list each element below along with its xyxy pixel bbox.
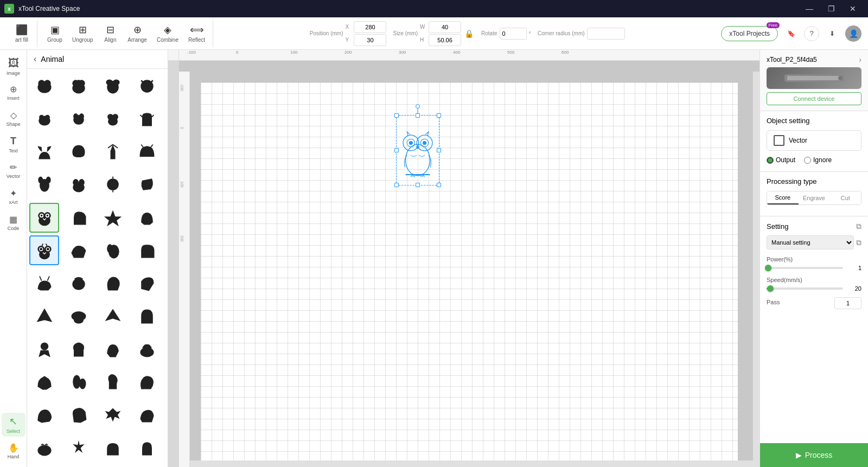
list-item[interactable]	[132, 433, 162, 463]
combine-button[interactable]: ◈ Combine	[152, 20, 183, 47]
setting-dropdown[interactable]: Manual setting	[767, 235, 854, 250]
list-item[interactable]	[98, 71, 128, 101]
connect-device-button[interactable]: Connect device	[767, 92, 861, 105]
align-button[interactable]: ⊟ Align	[98, 20, 122, 47]
horizontal-scrollbar[interactable]	[190, 460, 753, 467]
window-controls[interactable]: — ❐ ✕	[799, 0, 864, 17]
list-item[interactable]	[132, 367, 162, 397]
resize-handle-top-left[interactable]	[394, 113, 399, 118]
list-item[interactable]	[63, 367, 93, 397]
list-item[interactable]	[29, 170, 59, 200]
list-item[interactable]	[29, 400, 59, 430]
list-item[interactable]	[63, 302, 93, 331]
list-item[interactable]	[98, 104, 128, 134]
group-button[interactable]: ▣ Group	[43, 20, 67, 47]
list-item[interactable]	[63, 71, 93, 101]
list-item[interactable]	[29, 268, 59, 298]
maximize-button[interactable]: ❐	[820, 0, 842, 17]
art-fill-button[interactable]: ⬛ art fill	[10, 20, 34, 47]
canvas-content[interactable]: -100 0 100 200	[179, 61, 760, 467]
hand-tool-button[interactable]: ✋ Hand	[2, 439, 25, 463]
resize-handle-middle-right[interactable]	[437, 148, 441, 152]
list-item[interactable]	[132, 104, 162, 134]
h-input[interactable]	[429, 34, 461, 46]
x-input[interactable]	[354, 21, 386, 33]
download-button[interactable]: ⬇	[824, 25, 841, 42]
ignore-radio-input[interactable]	[804, 157, 811, 164]
list-item[interactable]	[63, 170, 93, 200]
shape-tool-button[interactable]: ◇ Shape	[2, 106, 25, 130]
list-item[interactable]	[63, 400, 93, 430]
list-item[interactable]	[98, 268, 128, 298]
select-tool-button[interactable]: ↖ Select	[2, 413, 25, 437]
xtool-projects-button[interactable]: Free xTool Projects	[721, 26, 778, 41]
list-item[interactable]	[63, 137, 93, 167]
list-item[interactable]	[98, 334, 128, 364]
output-radio[interactable]: Output	[767, 156, 795, 164]
ignore-radio[interactable]: Ignore	[804, 156, 832, 164]
list-item[interactable]	[132, 302, 162, 331]
close-button[interactable]: ✕	[842, 0, 864, 17]
tab-score[interactable]: Score	[767, 191, 799, 204]
rotate-handle[interactable]	[416, 104, 420, 108]
list-item[interactable]	[29, 334, 59, 364]
list-item[interactable]	[98, 203, 128, 233]
corner-radius-input[interactable]	[587, 28, 625, 40]
setting-save-icon[interactable]: ⧉	[856, 238, 861, 247]
back-button[interactable]: ‹	[34, 54, 36, 64]
list-item[interactable]	[132, 334, 162, 364]
list-item[interactable]	[98, 302, 128, 331]
y-input[interactable]	[354, 34, 386, 46]
vertical-scrollbar[interactable]	[753, 72, 760, 467]
list-item[interactable]	[63, 104, 93, 134]
list-item[interactable]	[63, 334, 93, 364]
code-tool-button[interactable]: ▦ Code	[2, 210, 25, 234]
list-item[interactable]	[132, 203, 162, 233]
list-item[interactable]	[29, 235, 59, 265]
power-slider-thumb[interactable]	[765, 265, 771, 271]
resize-handle-bottom-left[interactable]	[394, 183, 399, 187]
arrange-button[interactable]: ⊕ Arrange	[123, 20, 151, 47]
output-radio-input[interactable]	[767, 157, 774, 164]
lock-aspect-button[interactable]: 🔒	[463, 28, 475, 39]
list-item[interactable]	[98, 137, 128, 167]
list-item[interactable]	[29, 433, 59, 463]
vector-tool-button[interactable]: ✏ Vector	[2, 158, 25, 182]
resize-handle-top-right[interactable]	[437, 113, 441, 118]
list-item[interactable]	[63, 235, 93, 265]
list-item[interactable]	[98, 433, 128, 463]
list-item[interactable]	[132, 170, 162, 200]
image-tool-button[interactable]: 🖼 Image	[2, 54, 25, 78]
process-button[interactable]: ▶ Process	[760, 443, 868, 467]
speed-slider-track[interactable]	[767, 287, 843, 290]
list-item[interactable]	[132, 137, 162, 167]
list-item[interactable]	[132, 71, 162, 101]
list-item[interactable]	[29, 367, 59, 397]
selected-object[interactable]	[396, 115, 439, 185]
tab-engrave[interactable]: Engrave	[799, 191, 830, 204]
list-item[interactable]	[98, 235, 128, 265]
list-item[interactable]	[132, 400, 162, 430]
list-item[interactable]	[98, 400, 128, 430]
canvas-area[interactable]: -100 0 100 200 300 400 500 600 -100 0 10…	[168, 50, 760, 467]
list-item[interactable]	[29, 104, 59, 134]
list-item[interactable]	[132, 235, 162, 265]
tab-cut[interactable]: Cut	[829, 191, 861, 204]
user-avatar[interactable]: 👤	[845, 25, 861, 42]
resize-handle-bottom-center[interactable]	[416, 183, 420, 187]
canvas-workspace[interactable]	[201, 82, 738, 467]
w-input[interactable]	[429, 21, 461, 33]
list-item[interactable]	[29, 71, 59, 101]
list-item[interactable]	[132, 268, 162, 298]
minimize-button[interactable]: —	[799, 0, 820, 17]
bookmark-button[interactable]: 🔖	[782, 25, 800, 42]
help-button[interactable]: ?	[804, 26, 819, 41]
list-item[interactable]	[63, 433, 93, 463]
rotate-input[interactable]	[500, 28, 527, 40]
setting-copy-icon[interactable]: ⧉	[856, 222, 861, 231]
speed-slider-thumb[interactable]	[767, 285, 774, 292]
text-tool-button[interactable]: T Text	[2, 132, 25, 156]
list-item[interactable]	[29, 203, 59, 233]
ungroup-button[interactable]: ⊞ Ungroup	[68, 20, 97, 47]
reflect-button[interactable]: ⟺ Reflect	[184, 20, 209, 47]
